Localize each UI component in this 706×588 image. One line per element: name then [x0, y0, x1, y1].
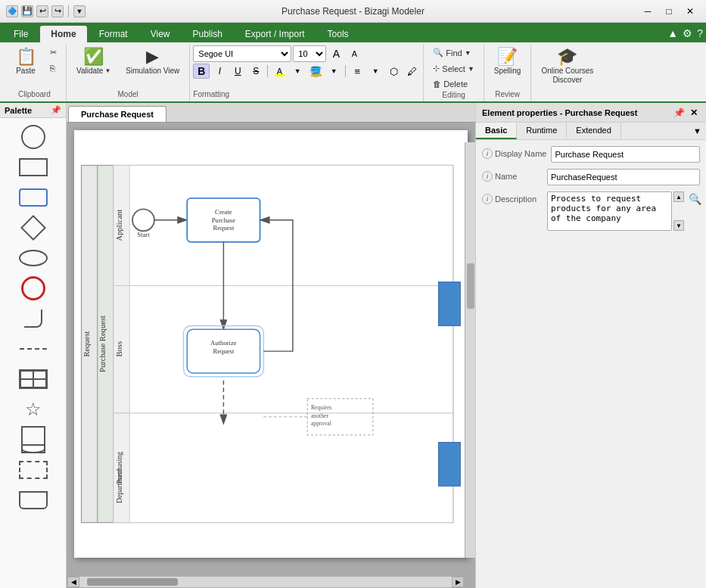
- main-area: Palette 📌 ☆ Purchase Request: [0, 103, 706, 588]
- eraser-button[interactable]: ⬡: [385, 64, 402, 79]
- display-name-info-icon[interactable]: i: [482, 148, 493, 159]
- shape-dashed-line[interactable]: [14, 336, 52, 362]
- props-field-display-name: i Display Name: [482, 146, 700, 163]
- ribbon-collapse-icon[interactable]: ▲: [667, 27, 678, 39]
- find-button[interactable]: 🔍 Find ▼: [428, 45, 475, 60]
- bold-button[interactable]: B: [193, 64, 210, 79]
- font-color-dropdown[interactable]: ▼: [289, 64, 306, 79]
- font-color-button[interactable]: A: [271, 64, 288, 79]
- save-icon[interactable]: 💾: [21, 5, 33, 17]
- select-button[interactable]: ⊹ Select ▼: [428, 61, 479, 76]
- font-select[interactable]: Segoe UI: [193, 45, 291, 62]
- hscroll-thumb[interactable]: [87, 578, 178, 586]
- description-search-icon[interactable]: 🔍: [689, 191, 701, 207]
- name-info-icon[interactable]: i: [482, 171, 493, 182]
- display-name-input[interactable]: [551, 146, 700, 163]
- window-controls: ─ □ ✕: [638, 4, 700, 19]
- svg-point-15: [132, 209, 154, 231]
- props-tab-basic[interactable]: Basic: [476, 123, 517, 139]
- shape-document[interactable]: [14, 427, 52, 453]
- fill-color-dropdown[interactable]: ▼: [325, 64, 342, 79]
- copy-icon: ⎘: [50, 64, 55, 73]
- help-icon[interactable]: ?: [697, 27, 703, 39]
- online-courses-button[interactable]: 🎓 Online Courses Discover: [536, 45, 599, 88]
- description-info-icon[interactable]: i: [482, 194, 493, 204]
- validate-button[interactable]: ✅ Validate ▼: [71, 45, 116, 78]
- tab-file[interactable]: File: [3, 26, 39, 42]
- props-tab-runtime[interactable]: Runtime: [517, 123, 567, 139]
- palette-pin-icon[interactable]: 📌: [51, 105, 61, 115]
- shape-rectangle-bottom[interactable]: [14, 487, 52, 513]
- props-pin-icon[interactable]: 📌: [673, 107, 685, 119]
- tab-publish[interactable]: Publish: [182, 26, 233, 42]
- font-shrink-button[interactable]: A: [346, 46, 362, 61]
- scroll-right-button[interactable]: ▶: [452, 577, 464, 587]
- description-textarea[interactable]: Process to request products for any area…: [547, 191, 672, 231]
- delete-button[interactable]: 🗑 Delete: [428, 77, 472, 91]
- shape-diamond[interactable]: [14, 215, 52, 241]
- shape-rectangle[interactable]: [14, 154, 52, 180]
- font-size-select[interactable]: 10: [293, 45, 326, 62]
- paste-icon: 📋: [16, 48, 36, 65]
- shape-curve[interactable]: [14, 306, 52, 331]
- canvas-container[interactable]: Request Purchase Request Applicant Boss: [67, 123, 475, 588]
- props-close-icon[interactable]: ✕: [688, 107, 700, 119]
- scroll-left-button[interactable]: ◀: [67, 577, 79, 587]
- tab-home[interactable]: Home: [40, 26, 86, 42]
- props-tab-dropdown[interactable]: ▼: [693, 123, 706, 139]
- ribbon-group-model: ✅ Validate ▼ ▶ Simulation View Model: [67, 44, 190, 101]
- redo-icon[interactable]: ↪: [51, 5, 64, 17]
- description-label: i Description: [482, 191, 543, 204]
- minimize-button[interactable]: ─: [638, 4, 658, 19]
- underline-button[interactable]: U: [229, 64, 246, 79]
- shape-circle-red[interactable]: [14, 275, 52, 301]
- strikethrough-button[interactable]: S: [247, 64, 264, 79]
- shape-ellipse[interactable]: [14, 245, 52, 271]
- svg-text:Requires: Requires: [311, 404, 331, 411]
- tab-tools[interactable]: Tools: [317, 26, 359, 42]
- align-left-button[interactable]: ≡: [349, 64, 365, 79]
- tab-view[interactable]: View: [140, 26, 181, 42]
- maximize-button[interactable]: □: [659, 4, 679, 19]
- svg-text:Request: Request: [82, 331, 91, 356]
- name-input[interactable]: [547, 169, 700, 185]
- font-grow-button[interactable]: A: [328, 46, 344, 61]
- textarea-scroll-down[interactable]: ▼: [673, 220, 684, 231]
- svg-text:Boss: Boss: [115, 341, 123, 357]
- close-button[interactable]: ✕: [680, 4, 700, 19]
- textarea-scroll-up[interactable]: ▲: [673, 191, 684, 202]
- doc-tab-purchase-request[interactable]: Purchase Request: [68, 106, 166, 122]
- vertical-scrollbar[interactable]: [465, 142, 475, 558]
- find-icon: 🔍: [433, 48, 443, 58]
- props-tab-extended[interactable]: Extended: [567, 123, 620, 139]
- shape-rounded-rectangle[interactable]: [14, 185, 52, 210]
- shape-star[interactable]: ☆: [14, 397, 52, 422]
- horizontal-scrollbar[interactable]: ◀ ▶: [67, 576, 465, 588]
- italic-button[interactable]: I: [211, 64, 228, 79]
- tab-format[interactable]: Format: [89, 26, 138, 42]
- fill-color-button[interactable]: 🪣: [307, 64, 324, 79]
- clipboard-buttons: 📋 Paste ✂ ⎘: [8, 45, 61, 90]
- shape-rectangle-dashed[interactable]: [14, 457, 52, 483]
- textarea-scroll-controls: ▲ ▼: [673, 191, 684, 231]
- diagram-svg: Request Purchase Request Applicant Boss: [74, 130, 468, 558]
- line-color-button[interactable]: 🖊: [403, 64, 420, 79]
- settings-icon[interactable]: ⚙: [683, 27, 692, 39]
- ribbon-group-formatting: Segoe UI 10 A A B I U S A ▼ 🪣 ▼: [190, 44, 424, 101]
- undo-icon[interactable]: ↩: [36, 5, 48, 17]
- props-dropdown-icon: ▼: [693, 126, 701, 135]
- cut-button[interactable]: ✂: [45, 45, 61, 60]
- simulation-button[interactable]: ▶ Simulation View: [120, 45, 185, 79]
- copy-button[interactable]: ⎘: [45, 61, 61, 75]
- shape-circle[interactable]: [14, 124, 52, 150]
- extra-icon[interactable]: ▼: [73, 5, 86, 17]
- diagram-canvas[interactable]: Request Purchase Request Applicant Boss: [74, 130, 468, 558]
- align-dropdown[interactable]: ▼: [367, 64, 384, 79]
- paste-button[interactable]: 📋 Paste: [8, 45, 44, 78]
- vscroll-thumb[interactable]: [467, 263, 474, 309]
- tab-export-import[interactable]: Export / Import: [235, 26, 316, 42]
- online-courses-buttons: 🎓 Online Courses Discover: [536, 45, 599, 98]
- shape-table[interactable]: [14, 366, 52, 392]
- spelling-button[interactable]: 📝 Spelling: [489, 45, 527, 78]
- palette-header: Palette 📌: [0, 103, 66, 118]
